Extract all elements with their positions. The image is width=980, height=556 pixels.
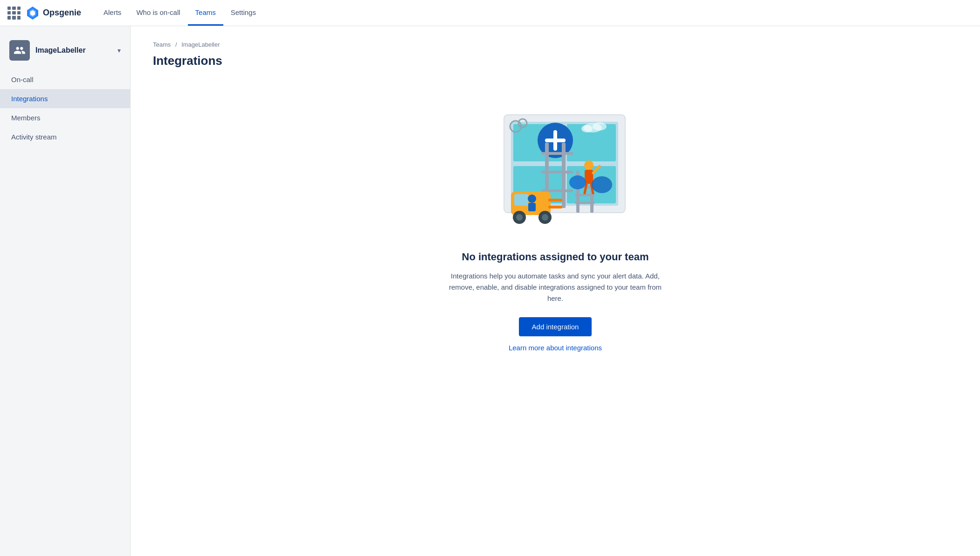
team-selector[interactable]: ImageLabeller ▾ <box>0 35 130 70</box>
svg-rect-34 <box>528 203 536 211</box>
svg-point-41 <box>581 125 593 132</box>
svg-point-35 <box>569 175 586 189</box>
breadcrumb-separator: / <box>175 41 177 48</box>
svg-point-30 <box>542 214 548 221</box>
team-name: ImageLabeller <box>35 46 112 55</box>
learn-more-link[interactable]: Learn more about integrations <box>509 344 602 352</box>
svg-point-28 <box>516 214 523 221</box>
main-content: Teams / ImageLabeller Integrations <box>131 26 980 556</box>
nav-teams[interactable]: Teams <box>188 0 223 26</box>
svg-point-40 <box>593 122 607 131</box>
add-integration-button[interactable]: Add integration <box>519 317 592 336</box>
svg-point-36 <box>592 176 612 193</box>
empty-state-description: Integrations help you automate tasks and… <box>443 271 667 304</box>
brand-name: Opsgenie <box>43 8 81 18</box>
nav-settings[interactable]: Settings <box>223 0 263 26</box>
team-avatar <box>9 40 30 61</box>
nav-who-is-on-call[interactable]: Who is on-call <box>129 0 187 26</box>
logo[interactable]: Opsgenie <box>25 6 81 21</box>
sidebar-item-integrations[interactable]: Integrations <box>0 89 130 108</box>
breadcrumb-parent[interactable]: Teams <box>153 41 171 48</box>
breadcrumb-current: ImageLabeller <box>181 41 220 48</box>
breadcrumb: Teams / ImageLabeller <box>153 41 958 48</box>
svg-rect-32 <box>548 206 562 208</box>
team-chevron-icon: ▾ <box>117 47 121 54</box>
svg-point-20 <box>584 160 594 170</box>
top-navigation: Opsgenie Alerts Who is on-call Teams Set… <box>0 0 980 26</box>
svg-rect-31 <box>548 199 562 202</box>
sidebar-item-activity-stream[interactable]: Activity stream <box>0 127 130 146</box>
nav-alerts[interactable]: Alerts <box>96 0 129 26</box>
svg-point-33 <box>528 195 536 203</box>
app-grid-icon[interactable] <box>7 7 21 20</box>
empty-state: No integrations assigned to your team In… <box>415 87 695 370</box>
sidebar-item-on-call[interactable]: On-call <box>0 70 130 89</box>
nav-links: Alerts Who is on-call Teams Settings <box>96 0 263 26</box>
sidebar-navigation: On-call Integrations Members Activity st… <box>0 70 130 146</box>
sidebar: ImageLabeller ▾ On-call Integrations Mem… <box>0 26 131 556</box>
page-title: Integrations <box>153 54 958 68</box>
page-layout: ImageLabeller ▾ On-call Integrations Mem… <box>0 26 980 556</box>
sidebar-item-members[interactable]: Members <box>0 108 130 127</box>
empty-state-illustration <box>476 105 635 236</box>
empty-state-title: No integrations assigned to your team <box>462 251 649 263</box>
svg-rect-26 <box>514 194 528 206</box>
svg-rect-12 <box>541 171 573 174</box>
svg-rect-11 <box>541 152 573 155</box>
